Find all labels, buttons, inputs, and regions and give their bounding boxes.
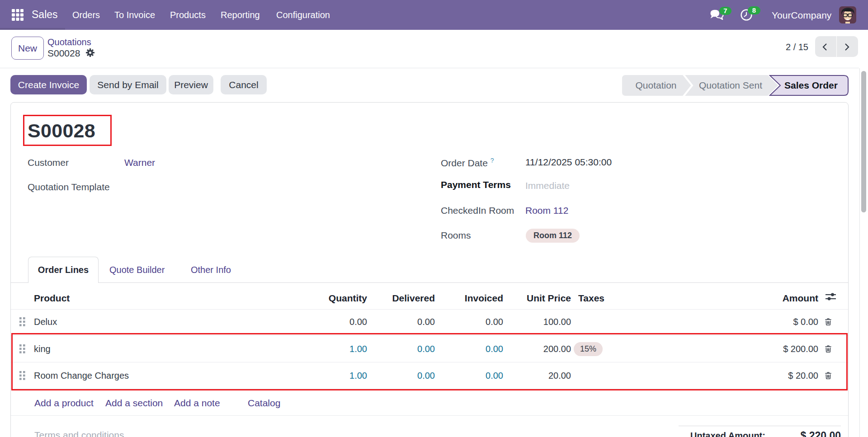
svg-text:Sales Order: Sales Order [784, 80, 838, 90]
svg-text:Quotation Sent: Quotation Sent [699, 80, 762, 90]
svg-text:Quotation: Quotation [635, 80, 676, 90]
